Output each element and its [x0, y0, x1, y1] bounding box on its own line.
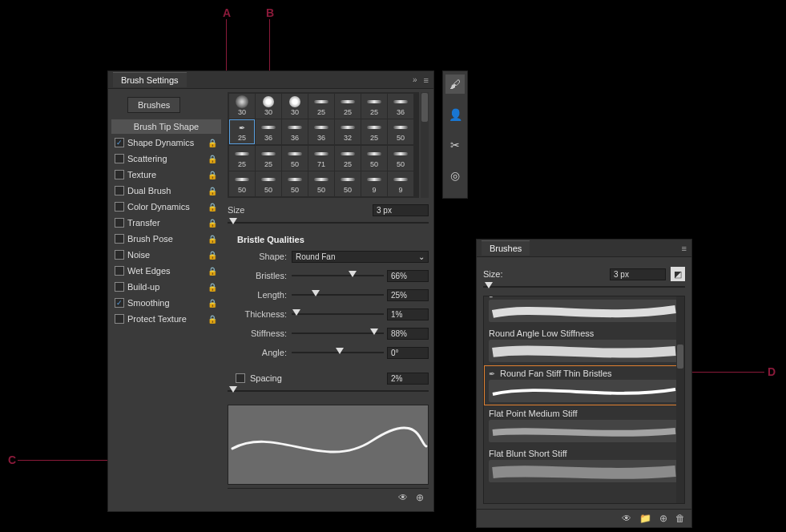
tip-grid-scrollbar[interactable] — [421, 92, 429, 198]
new-brush-icon[interactable]: ⊕ — [659, 513, 667, 524]
brush-tip[interactable]: 50 — [308, 171, 334, 196]
brush-tip[interactable]: 71 — [308, 146, 334, 171]
checkbox[interactable] — [115, 266, 124, 276]
option-texture[interactable]: Texture 🔒 — [111, 167, 221, 183]
lock-icon[interactable]: 🔒 — [207, 315, 218, 324]
cc-libraries-icon[interactable]: ◎ — [445, 166, 465, 185]
option-noise[interactable]: Noise 🔒 — [111, 247, 221, 263]
lock-icon[interactable]: 🔒 — [207, 203, 218, 212]
brush-tip[interactable]: 9 — [388, 171, 413, 196]
toggle-preview-icon[interactable]: ◩ — [671, 267, 685, 281]
lock-icon[interactable]: 🔒 — [207, 283, 218, 292]
checkbox[interactable] — [115, 250, 124, 260]
brush-tip[interactable]: 50 — [282, 171, 308, 196]
brush-tip-shape-header[interactable]: Brush Tip Shape — [111, 119, 221, 134]
bristles-input[interactable] — [387, 270, 429, 282]
checkbox[interactable] — [115, 234, 124, 244]
option-wet-edges[interactable]: Wet Edges 🔒 — [111, 263, 221, 279]
brush-tip[interactable]: 25 — [361, 119, 387, 144]
spacing-checkbox[interactable] — [236, 373, 245, 383]
checkbox[interactable] — [115, 298, 124, 308]
option-protect-texture[interactable]: Protect Texture 🔒 — [111, 311, 221, 327]
brush-tip[interactable]: 50 — [282, 146, 308, 171]
brush-tip[interactable]: 9 — [361, 171, 387, 196]
brush-tip[interactable]: 30 — [229, 94, 255, 119]
tools-icon[interactable]: ✂ — [445, 135, 465, 155]
brush-tip[interactable]: 50 — [256, 171, 281, 196]
spacing-slider[interactable] — [228, 385, 429, 397]
brush-tip[interactable]: 50 — [229, 171, 255, 196]
option-build-up[interactable]: Build-up 🔒 — [111, 279, 221, 295]
brush-tip[interactable]: 25 — [361, 94, 387, 119]
brush-tip[interactable]: 50 — [361, 146, 387, 171]
lock-icon[interactable]: 🔒 — [207, 235, 218, 244]
size-input[interactable] — [373, 204, 429, 216]
thickness-slider[interactable] — [292, 308, 384, 320]
preset-manager-icon[interactable]: 📁 — [639, 513, 651, 524]
brush-preset[interactable]: Round Angle Low Stiffness — [484, 325, 684, 365]
shape-select[interactable]: Round Fan ⌄ — [292, 251, 429, 263]
brush-preset[interactable]: Flat Blunt Short Stiff — [484, 445, 684, 486]
toggle-preview-icon[interactable]: 👁 — [398, 492, 408, 503]
brush-tip[interactable]: 30 — [282, 94, 308, 119]
lock-icon[interactable]: 🔒 — [207, 299, 218, 308]
checkbox[interactable] — [115, 170, 124, 179]
brushes-size-slider[interactable] — [483, 281, 685, 292]
toggle-live-tip-icon[interactable]: 👁 — [622, 513, 631, 524]
option-shape-dynamics[interactable]: Shape Dynamics 🔒 — [111, 135, 221, 151]
option-scattering[interactable]: Scattering 🔒 — [111, 151, 221, 167]
delete-brush-icon[interactable]: 🗑 — [675, 513, 685, 524]
brushes-menu-icon[interactable]: ≡ — [682, 244, 687, 253]
brush-panel-icon[interactable]: 🖌 — [445, 75, 465, 94]
option-brush-pose[interactable]: Brush Pose 🔒 — [111, 231, 221, 247]
brush-tip[interactable]: 25 — [335, 146, 361, 171]
checkbox[interactable] — [115, 314, 124, 324]
panel-menu-icon[interactable]: ≡ — [424, 75, 429, 85]
checkbox[interactable] — [115, 138, 124, 147]
brush-tip[interactable]: 30 — [256, 94, 281, 119]
checkbox[interactable] — [115, 154, 124, 163]
brush-preset[interactable]: Flat Point Medium Stiff — [484, 405, 684, 445]
lock-icon[interactable]: 🔒 — [207, 251, 218, 260]
brushes-panel-title[interactable]: Brushes — [482, 240, 530, 256]
brush-tip[interactable]: 25 — [308, 94, 334, 119]
brush-tip[interactable]: 50 — [388, 146, 413, 171]
angle-slider[interactable] — [292, 347, 384, 358]
brush-tip-selected[interactable]: ✒25 — [229, 119, 255, 144]
brush-preset[interactable]: ▮Round Curve Low Bristle Percent — [484, 296, 684, 325]
brush-tip[interactable]: 50 — [335, 171, 361, 196]
lock-icon[interactable]: 🔒 — [207, 139, 218, 147]
preset-scrollbar[interactable] — [676, 296, 684, 503]
checkbox[interactable] — [115, 186, 124, 195]
brush-tip[interactable]: 25 — [256, 146, 281, 171]
brush-tip[interactable]: 36 — [308, 119, 334, 144]
new-preset-icon[interactable]: ⊕ — [416, 492, 424, 503]
option-smoothing[interactable]: Smoothing 🔒 — [111, 295, 221, 311]
thickness-input[interactable] — [387, 308, 429, 320]
bristles-slider[interactable] — [292, 270, 384, 281]
brush-tip[interactable]: 32 — [335, 119, 361, 144]
brushes-size-input[interactable] — [610, 268, 666, 280]
brush-preset-selected[interactable]: ✒Round Fan Stiff Thin Bristles — [484, 365, 684, 405]
brush-tip[interactable]: 25 — [335, 94, 361, 119]
lock-icon[interactable]: 🔒 — [207, 171, 218, 179]
checkbox[interactable] — [115, 218, 124, 228]
checkbox[interactable] — [115, 202, 124, 212]
option-color-dynamics[interactable]: Color Dynamics 🔒 — [111, 199, 221, 215]
lock-icon[interactable]: 🔒 — [207, 187, 218, 195]
panel-title[interactable]: Brush Settings — [113, 72, 187, 87]
length-input[interactable] — [387, 289, 429, 301]
stiffness-input[interactable] — [387, 328, 429, 340]
lock-icon[interactable]: 🔒 — [207, 155, 218, 163]
option-transfer[interactable]: Transfer 🔒 — [111, 215, 221, 231]
brush-tip[interactable]: 36 — [256, 119, 281, 144]
angle-input[interactable] — [387, 347, 429, 359]
spacing-input[interactable] — [387, 373, 429, 385]
size-slider[interactable] — [228, 217, 429, 228]
option-dual-brush[interactable]: Dual Brush 🔒 — [111, 183, 221, 199]
checkbox[interactable] — [115, 282, 124, 292]
brush-tip[interactable]: 36 — [388, 94, 413, 119]
lock-icon[interactable]: 🔒 — [207, 219, 218, 228]
length-slider[interactable] — [292, 289, 384, 300]
brush-tip[interactable]: 36 — [282, 119, 308, 144]
